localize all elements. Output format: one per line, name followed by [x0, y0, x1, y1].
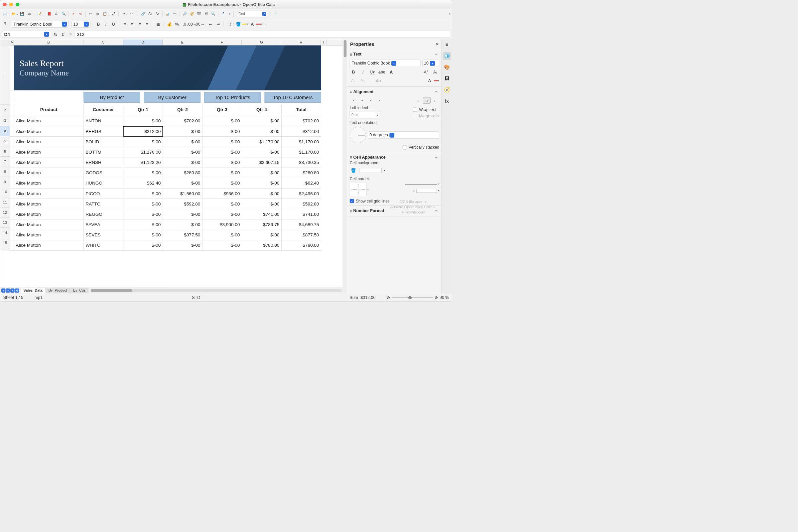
- cell[interactable]: $780.00: [282, 241, 321, 251]
- cell[interactable]: REGGC: [84, 209, 124, 220]
- table-header-cell[interactable]: Qtr 4: [242, 105, 282, 115]
- column-header[interactable]: E: [163, 39, 202, 45]
- currency-button[interactable]: 💰: [166, 21, 173, 27]
- cell[interactable]: $789.75: [242, 220, 282, 230]
- maximize-window-button[interactable]: [16, 3, 19, 6]
- cell[interactable]: $-00: [203, 178, 242, 189]
- column-header[interactable]: F: [202, 39, 242, 45]
- section-menu-icon[interactable]: ⋯: [435, 52, 439, 57]
- cell[interactable]: BOLID: [84, 137, 124, 147]
- number-button[interactable]: .0: [181, 21, 188, 27]
- report-nav-button[interactable]: By Customer: [144, 92, 201, 103]
- sb-strike-button[interactable]: abc: [378, 69, 386, 75]
- cell[interactable]: RATTC: [84, 199, 124, 209]
- cell[interactable]: $1,560.00: [163, 189, 203, 199]
- cell[interactable]: $-00: [242, 126, 282, 137]
- help-button[interactable]: ?: [220, 11, 226, 17]
- row-header[interactable]: 7: [0, 157, 10, 167]
- cell[interactable]: Alice Mutton: [14, 209, 84, 220]
- cell[interactable]: $741.00: [282, 209, 321, 220]
- sum-button[interactable]: Σ: [60, 31, 66, 37]
- row-header[interactable]: 10: [0, 187, 10, 197]
- valign-top-button[interactable]: ⬚: [414, 97, 422, 103]
- zoom-in-button[interactable]: ⊕: [435, 295, 438, 300]
- orientation-dial[interactable]: [350, 127, 366, 143]
- row-header[interactable]: 12: [0, 208, 10, 218]
- cell[interactable]: $-00: [203, 126, 242, 137]
- cell[interactable]: $1,170.00: [282, 137, 321, 147]
- formula-input[interactable]: [75, 31, 450, 38]
- cell[interactable]: $3,900.00: [203, 220, 242, 230]
- sb-sub-button[interactable]: Aₐ: [432, 69, 439, 75]
- row-header[interactable]: 9: [0, 177, 10, 187]
- table-header-cell[interactable]: Product: [14, 105, 84, 115]
- report-nav-button[interactable]: By Product: [84, 92, 140, 103]
- cell[interactable]: $877.50: [282, 230, 321, 240]
- cell[interactable]: Alice Mutton: [14, 189, 84, 199]
- align-left-button[interactable]: ≡: [121, 21, 128, 27]
- cell[interactable]: $62.40: [282, 178, 321, 189]
- table-header-cell[interactable]: Qtr 2: [163, 105, 203, 115]
- cell[interactable]: $62.40: [124, 178, 163, 189]
- sidebar-close-button[interactable]: ✕: [436, 42, 439, 47]
- find-prev-button[interactable]: ⇩: [269, 12, 272, 16]
- tab-next-button[interactable]: ▸: [10, 288, 14, 292]
- cell[interactable]: $-00: [124, 209, 163, 220]
- cell[interactable]: Alice Mutton: [14, 157, 84, 168]
- undo-button[interactable]: ↶▾: [120, 11, 128, 17]
- add-decimal-button[interactable]: .00←: [189, 21, 195, 27]
- cell[interactable]: $780.00: [242, 241, 282, 251]
- cell[interactable]: GODOS: [84, 168, 124, 178]
- percent-button[interactable]: %: [174, 21, 180, 27]
- sb-super-button[interactable]: Aᴬ: [422, 69, 430, 75]
- border-line-color-button[interactable]: ✏▾: [413, 189, 439, 192]
- underline-button[interactable]: U: [110, 21, 117, 27]
- cell[interactable]: $592.80: [282, 199, 321, 209]
- column-header[interactable]: G: [242, 39, 281, 45]
- border-line-style-button[interactable]: ▾: [405, 183, 439, 186]
- collapse-icon[interactable]: ⊟: [350, 90, 352, 94]
- orientation-combo[interactable]: 0 degrees▾: [368, 132, 439, 139]
- function-wizard-button[interactable]: fx: [52, 31, 58, 37]
- sheet-tab[interactable]: By_Product: [45, 288, 70, 293]
- cell[interactable]: Alice Mutton: [14, 168, 84, 178]
- cell[interactable]: $-00: [203, 230, 242, 240]
- cell[interactable]: $3,730.35: [282, 157, 321, 168]
- section-menu-icon[interactable]: ⋯: [435, 90, 439, 94]
- cell[interactable]: Alice Mutton: [14, 137, 84, 147]
- borders-button[interactable]: ▢▾: [226, 21, 234, 27]
- column-header[interactable]: C: [83, 39, 123, 45]
- cell[interactable]: $-00: [242, 116, 282, 126]
- column-header[interactable]: D: [123, 39, 163, 45]
- font-size-combo[interactable]: 10 ▾: [72, 21, 91, 27]
- row-header[interactable]: 1: [0, 45, 10, 105]
- sb-fontsize-combo[interactable]: 10▾: [422, 60, 439, 67]
- fontcolor-button[interactable]: A▾: [249, 21, 262, 27]
- sidebar-properties-tab[interactable]: 🧊: [443, 52, 451, 60]
- sb-font-combo[interactable]: Franklin Gothic Book▾: [350, 60, 421, 67]
- print-preview-button[interactable]: 🔍: [60, 11, 66, 17]
- cell[interactable]: SAVEA: [84, 220, 124, 230]
- cell[interactable]: $-00: [242, 189, 282, 199]
- halign-center-button[interactable]: ≡: [358, 97, 366, 103]
- cell[interactable]: $-00: [163, 157, 203, 168]
- cell[interactable]: $-00: [163, 178, 203, 189]
- cell[interactable]: $741.00: [242, 209, 282, 220]
- sb-fontcolor-button[interactable]: A▾: [426, 77, 439, 84]
- cell[interactable]: $-00: [163, 209, 203, 220]
- table-header-cell[interactable]: Total: [282, 105, 321, 115]
- find-next-button[interactable]: ⇧: [275, 12, 278, 16]
- cellbg-dropdown-icon[interactable]: ▾: [384, 169, 385, 172]
- bold-button[interactable]: B: [95, 21, 101, 27]
- report-nav-button[interactable]: Top 10 Customers: [265, 92, 321, 103]
- section-menu-icon[interactable]: ⋯: [435, 208, 439, 213]
- cell[interactable]: $2,607.15: [242, 157, 282, 168]
- cell-reference-dropdown-icon[interactable]: ▾: [44, 32, 49, 37]
- cell[interactable]: WHITC: [84, 241, 124, 251]
- row-header[interactable]: 6: [0, 146, 10, 157]
- sb-bold-button[interactable]: B: [350, 69, 358, 75]
- cell[interactable]: BOTTM: [84, 147, 124, 157]
- sb-italic-button[interactable]: I: [359, 69, 367, 75]
- halign-justify-button[interactable]: ≡: [376, 97, 383, 103]
- select-all-corner[interactable]: [0, 39, 10, 45]
